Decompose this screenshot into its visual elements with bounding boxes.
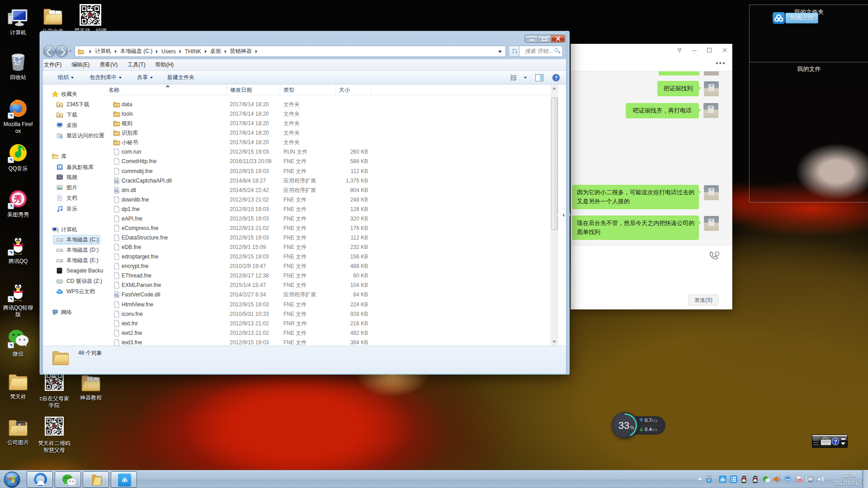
svg-text:?: ?	[555, 75, 558, 80]
svg-text:?: ?	[834, 439, 837, 445]
